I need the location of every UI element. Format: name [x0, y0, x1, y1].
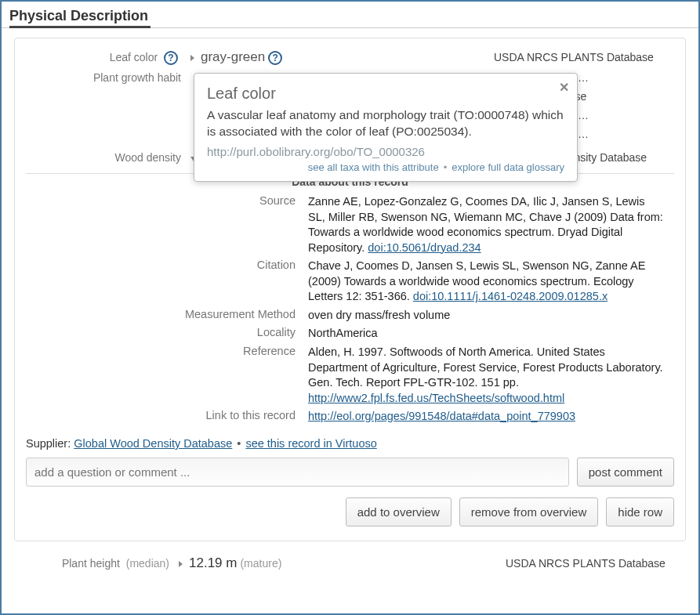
remove-overview-button[interactable]: remove from overview [459, 497, 599, 526]
doi-link[interactable]: doi:10.1111/j.1461-0248.2009.01285.x [413, 290, 608, 302]
leaf-color-value: gray-green [201, 49, 265, 65]
meta-reference: Reference Alden, H. 1997. Softwoods of N… [26, 343, 674, 407]
reference-link[interactable]: http://www2.fpl.fs.fed.us/TechSheets/sof… [308, 392, 564, 404]
meta-label: Locality [26, 326, 308, 342]
doi-link[interactable]: doi:10.5061/dryad.234 [368, 241, 481, 254]
row-leaf-color: Leaf color ? gray-green ? USDA NRCS PLAN… [26, 46, 674, 68]
close-icon[interactable]: ✕ [559, 80, 569, 95]
help-icon[interactable]: ? [164, 51, 178, 65]
tooltip-title: Leaf color [207, 85, 564, 103]
meta-permalink: Link to this record http://eol.org/pages… [26, 407, 674, 426]
meta-locality: Locality NorthAmerica [26, 324, 674, 343]
comment-row: post comment [26, 458, 674, 487]
expand-icon[interactable] [190, 55, 194, 61]
comment-input[interactable] [26, 458, 569, 487]
separator-dot: • [237, 437, 241, 450]
meta-value: Chave J, Coomes D, Jansen S, Lewis SL, S… [308, 259, 674, 305]
meta-label: Measurement Method [26, 308, 308, 324]
row-value-area: 12.19 m (mature) [179, 555, 506, 571]
action-row: add to overview remove from overview hid… [26, 497, 674, 526]
row-value-area: gray-green ? [190, 49, 494, 65]
meta-value: Alden, H. 1997. Softwoods of North Ameri… [308, 345, 674, 406]
content-wrap: Leaf color ? gray-green ? USDA NRCS PLAN… [2, 28, 698, 581]
meta-citation: Citation Chave J, Coomes D, Jansen S, Le… [26, 257, 674, 306]
meta-label: Link to this record [26, 409, 308, 425]
glossary-tooltip: ✕ Leaf color A vascular leaf anatomy and… [194, 73, 578, 182]
row-source[interactable]: USDA NRCS PLANTS Database [506, 557, 686, 570]
plant-height-label: Plant height (median) [14, 557, 179, 570]
life-stage: (mature) [240, 557, 281, 570]
row-plant-height: Plant height (median) 12.19 m (mature) U… [14, 549, 686, 571]
growth-habit-label: Plant growth habit [26, 71, 190, 84]
supplier-link[interactable]: Global Wood Density Database [74, 437, 232, 450]
meta-label: Citation [26, 259, 308, 305]
glossary-link[interactable]: explore full data glossary [452, 161, 564, 173]
meta-label: Source [26, 194, 308, 255]
attributes-panel: Leaf color ? gray-green ? USDA NRCS PLAN… [14, 38, 686, 541]
meta-value: Zanne AE, Lopez-Gonzalez G, Coomes DA, I… [308, 194, 674, 255]
tooltip-url[interactable]: http://purl.obolibrary.org/obo/TO_000032… [207, 145, 564, 158]
supplier-line: Supplier: Global Wood Density Database•s… [26, 437, 674, 450]
permalink-link[interactable]: http://eol.org/pages/991548/data#data_po… [308, 410, 575, 422]
meta-source: Source Zanne AE, Lopez-Gonzalez G, Coome… [26, 193, 674, 257]
meta-value: NorthAmerica [308, 326, 674, 342]
row-label: Leaf color ? [26, 51, 190, 65]
tooltip-body: A vascular leaf anatomy and morphology t… [207, 107, 564, 140]
post-comment-button[interactable]: post comment [577, 458, 674, 487]
help-icon[interactable]: ? [268, 51, 282, 65]
supplier-prefix: Supplier: [26, 437, 74, 450]
life-stage: (median) [126, 557, 169, 570]
section-title: Physical Description [2, 2, 698, 28]
virtuoso-link[interactable]: see this record in Virtuoso [245, 437, 376, 450]
leaf-color-label: Leaf color [110, 51, 158, 63]
hide-row-button[interactable]: hide row [606, 497, 674, 526]
plant-height-value: 12.19 m [189, 555, 237, 571]
tooltip-links: see all taxa with this attribute•explore… [207, 161, 564, 173]
expand-icon[interactable] [179, 561, 183, 567]
separator-dot: • [444, 161, 448, 173]
meta-value: oven dry mass/fresh volume [308, 308, 674, 324]
add-overview-button[interactable]: add to overview [346, 497, 452, 526]
row-source[interactable]: USDA NRCS PLANTS Database [494, 51, 674, 63]
meta-value: http://eol.org/pages/991548/data#data_po… [308, 409, 674, 425]
see-taxa-link[interactable]: see all taxa with this attribute [308, 161, 439, 173]
wood-density-label: Wood density [26, 151, 190, 164]
meta-label: Reference [26, 345, 308, 406]
meta-method: Measurement Method oven dry mass/fresh v… [26, 306, 674, 325]
